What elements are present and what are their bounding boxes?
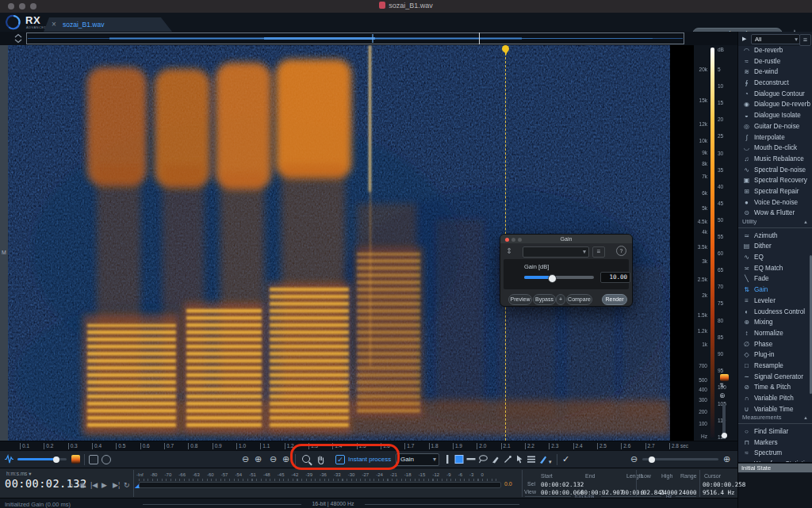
waveform-overview[interactable] bbox=[0, 32, 737, 45]
gain-value-field[interactable]: 10.00 bbox=[600, 272, 630, 283]
section-collapse-icon[interactable]: ▲ bbox=[803, 216, 808, 228]
module-item-leveler[interactable]: ≡Leveler bbox=[738, 293, 812, 304]
module-item-markers[interactable]: ⊓Markers bbox=[738, 435, 812, 446]
playhead-marker[interactable] bbox=[502, 45, 509, 52]
time-format-select[interactable]: h:m:s.ms ▾ bbox=[6, 471, 31, 477]
module-item-gain[interactable]: ⇅Gain bbox=[738, 282, 812, 293]
module-item-music-rebalance[interactable]: ♫Music Rebalance bbox=[738, 151, 812, 162]
module-item-time-pitch[interactable]: ⊘Time & Pitch bbox=[738, 380, 812, 391]
zoom-in-time-icon[interactable]: ⊕ bbox=[255, 454, 262, 464]
level-meter[interactable] bbox=[139, 482, 501, 488]
preview-button[interactable]: Preview bbox=[508, 294, 532, 305]
module-item-spectral-recovery[interactable]: ▣Spectral Recovery bbox=[738, 173, 812, 184]
module-item-variable-pitch[interactable]: ∩Variable Pitch bbox=[738, 391, 812, 402]
playhead-options-icon[interactable] bbox=[102, 455, 111, 464]
module-item-de-wind[interactable]: ≋De-wind bbox=[738, 64, 812, 75]
render-button[interactable]: Render bbox=[602, 294, 627, 305]
play-selection-icon[interactable]: ▶¦ bbox=[113, 481, 120, 489]
horizontal-zoom-out-icon[interactable]: ⊖ bbox=[630, 454, 638, 464]
zoom-out-time-icon[interactable]: ⊖ bbox=[242, 454, 249, 464]
horizontal-zoom-knob[interactable] bbox=[649, 456, 655, 463]
lasso-tool-icon[interactable] bbox=[478, 454, 488, 464]
module-item-eq-match[interactable]: ≍EQ Match bbox=[738, 261, 812, 272]
waveform-spectrogram-blend-slider[interactable] bbox=[17, 458, 67, 460]
horizontal-zoom-in-icon[interactable]: ⊕ bbox=[723, 454, 730, 464]
module-panel-menu-button[interactable]: ≡ bbox=[799, 34, 811, 46]
module-item-mixing[interactable]: ⊕Mixing bbox=[738, 315, 812, 326]
play-icon[interactable]: ▶ bbox=[102, 481, 107, 489]
horizontal-zoom-slider[interactable] bbox=[642, 458, 718, 460]
section-collapse-icon[interactable]: ▲ bbox=[803, 412, 808, 424]
zoom-in-freq-icon[interactable]: ⊕ bbox=[282, 454, 289, 464]
gain-slider[interactable] bbox=[524, 276, 594, 279]
collapse-overview-icon[interactable] bbox=[13, 33, 23, 44]
time-frequency-selection-tool-icon[interactable] bbox=[454, 454, 464, 464]
module-item-dialogue-contour[interactable]: ◔Dialogue Contour bbox=[738, 86, 812, 97]
module-item-signal-generator[interactable]: ∼Signal Generator bbox=[738, 369, 812, 380]
file-tab[interactable]: × sozai_B1.wav bbox=[44, 17, 172, 32]
module-item-azimuth[interactable]: ≃Azimuth bbox=[738, 228, 812, 239]
harmonics-selection-icon[interactable] bbox=[527, 454, 536, 464]
pen-tool-icon[interactable] bbox=[538, 454, 548, 464]
skip-start-icon[interactable]: |◀ bbox=[90, 481, 98, 489]
module-item-find-similar[interactable]: ○Find Similar bbox=[738, 424, 812, 435]
module-item-plug-in[interactable]: ◇Plug-in bbox=[738, 347, 812, 358]
module-section-utility[interactable]: Utility▲ bbox=[738, 216, 812, 228]
module-item-deconstruct[interactable]: ∮Deconstruct bbox=[738, 75, 812, 86]
module-item-voice-de-noise[interactable]: ●Voice De-noise bbox=[738, 195, 812, 206]
bypass-button[interactable]: Bypass bbox=[533, 294, 556, 305]
help-icon[interactable]: ? bbox=[616, 246, 626, 256]
monitor-icon[interactable]: ∩ bbox=[68, 481, 73, 489]
module-item-spectral-repair[interactable]: ⊞Spectral Repair bbox=[738, 184, 812, 195]
gain-dialog-titlebar[interactable]: Gain bbox=[500, 235, 632, 243]
scale-mode-icon[interactable]: ⇅ bbox=[719, 382, 725, 389]
module-item-interpolate[interactable]: ∫Interpolate bbox=[738, 130, 812, 141]
adjust-selection-icon[interactable] bbox=[515, 454, 524, 464]
magic-wand-tool-icon[interactable] bbox=[503, 454, 512, 464]
vertical-zoom-knob[interactable] bbox=[722, 433, 727, 438]
module-item-normalize[interactable]: ↕Normalize bbox=[738, 326, 812, 337]
module-section-measurements[interactable]: Measurements▲ bbox=[738, 412, 812, 424]
module-item-dialogue-de-reverb[interactable]: ◉Dialogue De-reverb bbox=[738, 97, 812, 108]
spectrogram-scale-icon[interactable] bbox=[720, 374, 729, 381]
module-item-loudness-control[interactable]: ◐Loudness Control bbox=[738, 304, 812, 315]
module-item-guitar-de-noise[interactable]: ◎Guitar De-noise bbox=[738, 119, 812, 130]
preset-menu-button[interactable]: ≡ bbox=[592, 246, 605, 258]
module-item-variable-time[interactable]: ∪Variable Time bbox=[738, 402, 812, 413]
module-item-phase[interactable]: ∅Phase bbox=[738, 337, 812, 348]
vertical-zoom-slider[interactable] bbox=[722, 404, 726, 439]
preview-play-icon[interactable]: ▶ bbox=[742, 36, 746, 42]
bypass-options-button[interactable]: + bbox=[556, 294, 565, 305]
tab-close-icon[interactable]: × bbox=[52, 20, 56, 29]
module-item-eq[interactable]: ∿EQ bbox=[738, 250, 812, 261]
frequency-selection-tool-icon[interactable] bbox=[466, 454, 476, 464]
instant-process-module-select[interactable]: Gain▾ bbox=[396, 453, 439, 466]
vertical-zoom-in-icon[interactable]: ⊕ bbox=[719, 392, 726, 399]
compare-button[interactable]: Compare bbox=[566, 294, 592, 305]
module-item-mouth-de-click[interactable]: ◡Mouth De-click bbox=[738, 140, 812, 151]
composite-view-icon[interactable] bbox=[89, 455, 98, 464]
loop-icon[interactable]: ↻ bbox=[124, 481, 130, 489]
commit-selection-icon[interactable]: ✓ bbox=[562, 454, 569, 464]
history-item-initial-state[interactable]: Initial State bbox=[738, 464, 812, 472]
module-item-resample[interactable]: □Resample bbox=[738, 358, 812, 369]
module-item-waveform-statistics[interactable]: ≡Waveform Statistics bbox=[738, 456, 812, 462]
ruler-label-2-4: 2.4 bbox=[573, 443, 583, 449]
module-drag-icon[interactable]: ⇕ bbox=[506, 246, 512, 255]
module-item-spectrum[interactable]: ≈Spectrum bbox=[738, 445, 812, 456]
gain-slider-knob[interactable] bbox=[548, 274, 557, 283]
module-item-spectral-de-noise[interactable]: ∿Spectral De-noise bbox=[738, 162, 812, 174]
record-icon[interactable]: ◉ bbox=[79, 481, 86, 489]
tool-options-caret-icon[interactable]: ▾ bbox=[549, 456, 552, 467]
blend-slider-knob[interactable] bbox=[53, 456, 59, 463]
module-item-wow-flutter[interactable]: ⊙Wow & Flutter bbox=[738, 205, 812, 216]
module-item-dither[interactable]: ▤Dither bbox=[738, 239, 812, 250]
module-item-fade[interactable]: ╲Fade bbox=[738, 271, 812, 282]
module-item-de-rustle[interactable]: ≈De-rustle bbox=[738, 54, 812, 65]
preset-select[interactable]: ▾ bbox=[523, 246, 589, 258]
module-item-dialogue-isolate[interactable]: ◒Dialogue Isolate bbox=[738, 108, 812, 119]
time-selection-tool-icon[interactable] bbox=[442, 454, 452, 464]
brush-tool-icon[interactable] bbox=[491, 454, 500, 464]
zoom-out-freq-icon[interactable]: ⊖ bbox=[270, 454, 277, 464]
module-filter-select[interactable]: All▾ bbox=[751, 34, 800, 44]
